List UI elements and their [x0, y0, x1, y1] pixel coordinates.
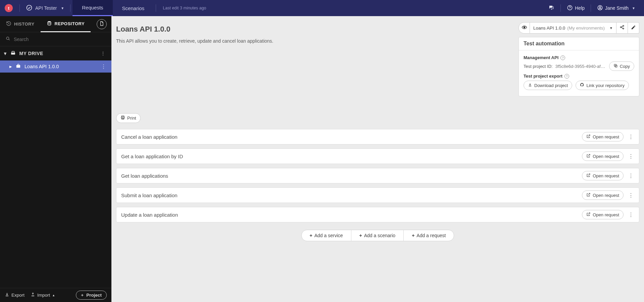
- sidebar-spacer: [0, 73, 111, 288]
- open-request-button[interactable]: Open request: [582, 132, 624, 141]
- divider: [70, 4, 70, 12]
- add-scenario-button[interactable]: + Add a scenario: [351, 230, 404, 241]
- chevron-down-icon: ▼: [609, 26, 613, 30]
- request-row[interactable]: Update a loan applicationOpen request⋮: [116, 207, 639, 222]
- logo-letter: t: [8, 6, 9, 11]
- test-automation-body: Management API ? Test project ID: 3f5c8e…: [519, 50, 639, 96]
- request-more-button[interactable]: ⋮: [624, 153, 634, 160]
- request-name: Submit a loan application: [121, 192, 178, 198]
- management-api-row: Management API ?: [524, 55, 634, 60]
- environment-name: Loans API 1.0.0: [533, 26, 565, 31]
- add-request-button[interactable]: + Add a request: [403, 230, 454, 241]
- help-icon[interactable]: ?: [564, 74, 569, 79]
- request-more-button[interactable]: ⋮: [624, 212, 634, 218]
- add-service-button[interactable]: + Add a service: [302, 230, 351, 241]
- tree-node-loans-api[interactable]: ▸ Loans API 1.0.0 ⋮: [0, 60, 111, 73]
- sidebar-search[interactable]: [0, 32, 111, 46]
- divider: [156, 4, 156, 12]
- open-request-button[interactable]: Open request: [582, 190, 624, 200]
- request-name: Get a loan application by ID: [121, 154, 183, 159]
- brand-label: API Tester: [35, 5, 57, 11]
- new-request-button[interactable]: [97, 19, 107, 29]
- user-menu[interactable]: Jane Smith ▼: [593, 0, 639, 16]
- share-button[interactable]: [616, 22, 628, 34]
- download-project-button[interactable]: Download project: [524, 81, 572, 90]
- divider: [19, 4, 20, 12]
- plus-icon: +: [412, 233, 414, 238]
- primary-tabs: Requests Scenarios: [72, 0, 154, 16]
- open-request-label: Open request: [593, 134, 619, 139]
- request-more-button[interactable]: ⋮: [624, 192, 634, 199]
- help-icon[interactable]: ?: [560, 55, 565, 60]
- request-more-button[interactable]: ⋮: [624, 173, 634, 179]
- request-name: Update a loan application: [121, 212, 178, 218]
- export-label: Export: [11, 293, 24, 298]
- upload-icon: [31, 292, 35, 298]
- svg-rect-8: [16, 65, 20, 68]
- show-environments-button[interactable]: [518, 22, 530, 34]
- chat-icon: [548, 5, 554, 12]
- project-id-value: 3f5c8e6d-3955-4940-af66-4…: [555, 64, 606, 69]
- request-row[interactable]: Get loan applicationsOpen request⋮: [116, 168, 639, 183]
- help-button[interactable]: Help: [563, 0, 589, 16]
- print-row: Print: [116, 113, 639, 123]
- sidebar-tab-history[interactable]: HISTORY: [0, 16, 41, 32]
- sidebar: HISTORY REPOSITORY ▾: [0, 16, 111, 302]
- eye-icon: [522, 25, 527, 32]
- project-btn-label: Project: [86, 293, 102, 298]
- project-export-label: Test project export: [524, 74, 562, 79]
- search-input[interactable]: [14, 37, 106, 42]
- environment-scope: (My environments): [567, 26, 605, 31]
- tab-requests[interactable]: Requests: [72, 0, 112, 16]
- open-request-button[interactable]: Open request: [582, 171, 624, 180]
- chevron-down-icon: ▼: [632, 6, 635, 10]
- open-request-button[interactable]: Open request: [582, 152, 624, 161]
- divider: [591, 4, 591, 12]
- new-project-button[interactable]: + Project: [76, 291, 107, 300]
- last-edit-text: Last edit 3 minutes ago: [163, 6, 206, 10]
- tab-scenarios[interactable]: Scenarios: [113, 0, 154, 16]
- add-request-label: Add a request: [416, 233, 446, 238]
- external-link-icon: [586, 154, 591, 159]
- my-drive-label: MY DRIVE: [19, 51, 43, 56]
- feedback-button[interactable]: [544, 0, 558, 16]
- page-description: This API allows you to create, retrieve,…: [116, 38, 391, 44]
- copy-id-button[interactable]: Copy: [609, 61, 634, 71]
- app-logo[interactable]: t: [5, 4, 13, 12]
- caret-up-icon: ▲: [52, 294, 55, 297]
- add-row: + Add a service + Add a scenario + Add a…: [116, 230, 639, 241]
- tree-node-label: Loans API 1.0.0: [24, 64, 59, 69]
- import-button[interactable]: Import ▲: [31, 292, 55, 298]
- topbar-right: Help Jane Smith ▼: [544, 0, 644, 16]
- page-title: Loans API 1.0.0: [116, 25, 514, 34]
- github-icon: [580, 83, 584, 88]
- open-request-button[interactable]: Open request: [582, 210, 624, 219]
- external-link-icon: [586, 192, 591, 198]
- edit-button[interactable]: [628, 22, 639, 34]
- open-request-label: Open request: [593, 193, 619, 198]
- sidebar-tab-history-label: HISTORY: [14, 21, 35, 27]
- brand-dropdown[interactable]: API Tester ▼: [22, 0, 68, 16]
- tab-requests-label: Requests: [82, 5, 103, 10]
- node-more-button[interactable]: ⋮: [99, 64, 108, 69]
- chevron-down-icon: ▼: [61, 6, 64, 10]
- export-button[interactable]: Export: [5, 292, 24, 298]
- request-row[interactable]: Get a loan application by IDOpen request…: [116, 148, 639, 164]
- sidebar-tab-repository-label: REPOSITORY: [55, 21, 85, 26]
- request-row[interactable]: Cancel a loan applicationOpen request⋮: [116, 129, 639, 144]
- sidebar-tab-repository[interactable]: REPOSITORY: [41, 16, 91, 32]
- external-link-icon: [586, 134, 591, 139]
- drive-more-button[interactable]: ⋮: [99, 51, 108, 56]
- my-drive-header[interactable]: ▾ MY DRIVE ⋮: [0, 46, 111, 60]
- request-row[interactable]: Submit a loan applicationOpen request⋮: [116, 187, 639, 203]
- add-service-label: Add a service: [314, 233, 343, 238]
- project-id-label: Test project ID:: [524, 64, 553, 69]
- add-button-group: + Add a service + Add a scenario + Add a…: [301, 230, 454, 241]
- link-repository-button[interactable]: Link your repository: [576, 81, 629, 90]
- svg-point-6: [6, 37, 9, 40]
- help-circle-icon: [567, 5, 573, 12]
- project-export-row: Test project export ?: [524, 74, 634, 79]
- request-more-button[interactable]: ⋮: [624, 134, 634, 140]
- environment-select[interactable]: Loans API 1.0.0 (My environments) ▼: [530, 22, 616, 34]
- print-button[interactable]: Print: [116, 113, 141, 123]
